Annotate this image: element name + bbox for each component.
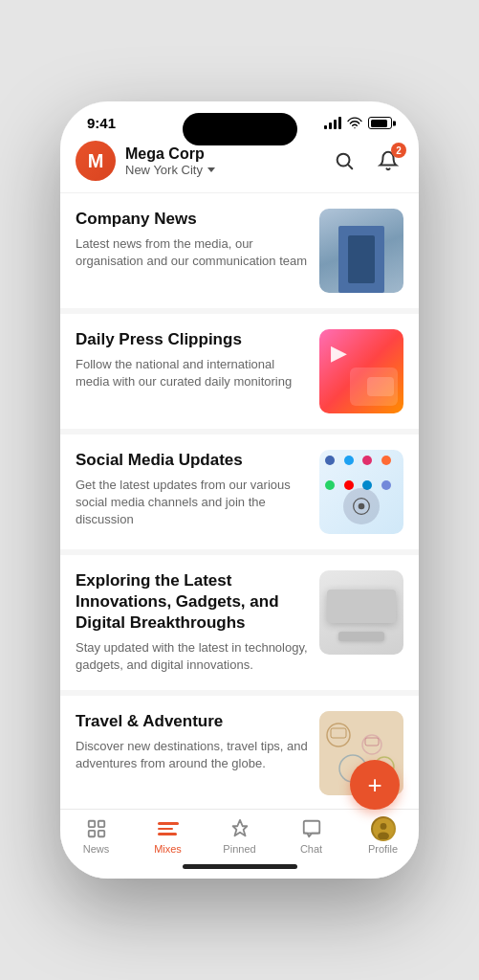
news-desc: Discover new destinations, travel tips, … [76,738,308,772]
location-chevron-icon [207,167,215,172]
svg-rect-13 [98,821,103,827]
news-desc: Get the latest updates from our various … [76,477,308,529]
news-title: Travel & Adventure [76,711,308,732]
news-text: Travel & Adventure Discover new destinat… [76,711,308,772]
phone-frame: 9:41 M Mega Corp New York City [60,101,419,879]
svg-rect-12 [88,821,94,827]
bottom-nav: News Mixes Pinned [60,809,419,858]
company-info: Mega Corp New York City [125,145,215,177]
mixes-icon [158,822,179,835]
svg-point-3 [359,503,365,510]
company-location[interactable]: New York City [125,163,215,177]
nav-item-mixes[interactable]: Mixes [132,817,204,855]
news-text: Exploring the Latest Innovations, Gadget… [76,570,308,675]
header-left: M Mega Corp New York City [76,141,215,181]
list-item[interactable]: Exploring the Latest Innovations, Gadget… [60,555,419,696]
notification-badge: 2 [391,143,406,158]
nav-label-profile: Profile [368,843,398,855]
news-desc: Stay updated with the latest in technolo… [76,639,308,674]
nav-item-chat[interactable]: Chat [275,817,347,855]
search-button[interactable] [329,145,359,176]
news-text: Daily Press Clippings Follow the nationa… [76,329,308,390]
news-list[interactable]: Company News Latest news from the media,… [60,193,419,809]
pinned-icon-wrap [227,817,253,840]
pin-icon [229,818,250,839]
news-text: Company News Latest news from the media,… [76,209,308,270]
nav-item-profile[interactable]: Profile [347,817,419,855]
wifi-icon [347,116,362,131]
profile-avatar [371,816,396,841]
status-icons [324,116,392,131]
news-title: Social Media Updates [76,450,308,471]
status-time: 9:41 [87,115,116,131]
search-icon [334,150,355,171]
battery-icon [368,117,392,129]
nav-item-pinned[interactable]: Pinned [204,817,275,855]
news-title: Company News [76,209,308,230]
signal-bars-icon [324,117,341,129]
svg-line-1 [348,165,352,168]
news-text: Social Media Updates Get the latest upda… [76,450,308,529]
svg-rect-16 [303,821,319,834]
news-desc: Latest news from the media, our organisa… [76,235,308,270]
list-item[interactable]: Daily Press Clippings Follow the nationa… [60,314,419,434]
notification-button[interactable]: 2 [373,145,403,176]
news-image [319,329,403,413]
nav-label-mixes: Mixes [154,843,182,855]
svg-point-18 [380,823,386,830]
news-icon-wrap [83,817,110,840]
company-name: Mega Corp [125,145,215,163]
home-bar [183,864,297,869]
news-title: Daily Press Clippings [76,329,308,350]
chat-icon-wrap [298,817,325,840]
nav-item-news[interactable]: News [60,817,132,855]
list-item[interactable]: Social Media Updates Get the latest upda… [60,434,419,555]
news-title: Exploring the Latest Innovations, Gadget… [76,570,308,634]
company-logo[interactable]: M [76,141,116,181]
fab-button[interactable]: + [350,760,400,810]
grid-icon [86,818,107,839]
news-image [319,450,403,534]
nav-label-news: News [83,843,110,855]
svg-rect-2 [367,377,394,396]
news-image [319,570,403,655]
chat-icon [301,818,322,839]
svg-rect-15 [98,831,103,836]
list-item[interactable]: Company News Latest news from the media,… [60,193,419,314]
news-image [319,209,403,293]
dynamic-island [183,113,297,145]
home-indicator [60,858,419,879]
nav-label-chat: Chat [300,843,322,855]
fab-icon: + [367,772,381,797]
mixes-icon-wrap [155,817,182,840]
news-desc: Follow the national and international me… [76,356,308,390]
svg-rect-14 [88,831,94,836]
nav-label-pinned: Pinned [223,843,255,855]
header-right: 2 [329,145,403,176]
profile-icon-wrap [370,817,397,840]
